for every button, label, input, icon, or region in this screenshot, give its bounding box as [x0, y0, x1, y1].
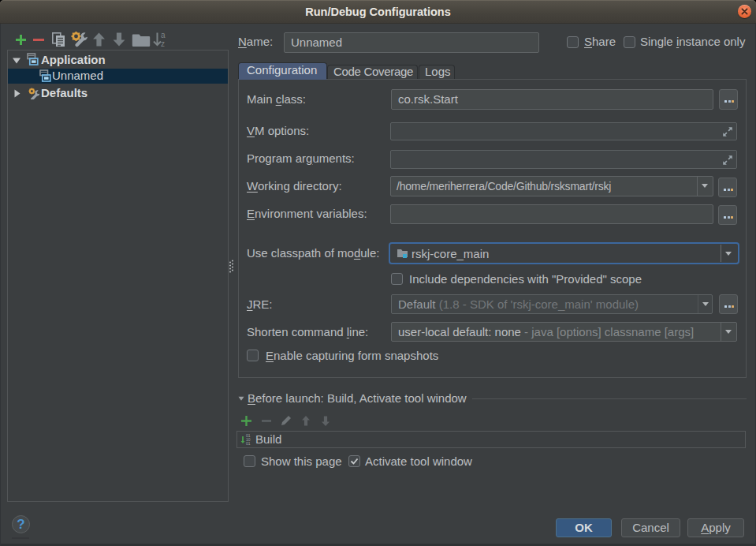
svg-text:01: 01 [246, 441, 251, 446]
svg-text:a: a [161, 31, 166, 39]
svg-text:z: z [161, 39, 165, 48]
